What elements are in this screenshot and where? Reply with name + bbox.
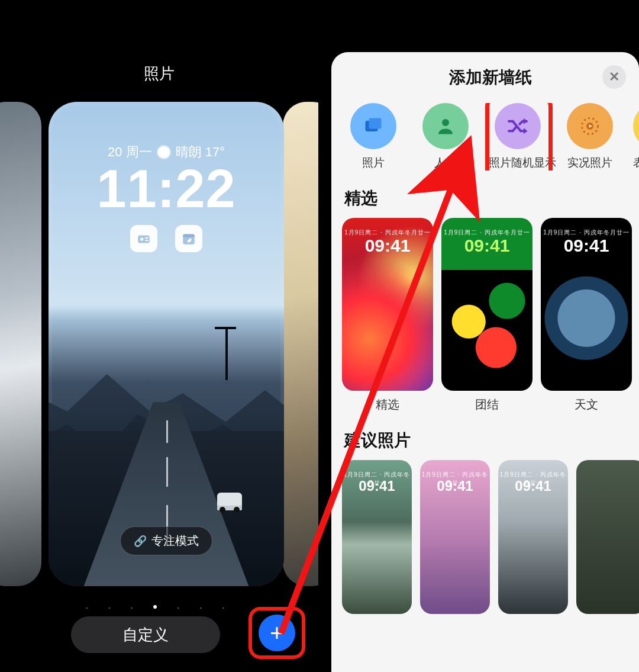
svg-rect-5 (183, 234, 195, 237)
suggested-row[interactable]: 1月9日周二 · 丙戌年冬月廿一 09:41 1月9日周二 · 丙戌年冬月廿一 … (342, 460, 639, 614)
svg-rect-0 (138, 236, 150, 243)
person-icon (435, 115, 456, 137)
wallpaper-gallery-screen: 照片 20 周一 晴朗 17° 11:22 (0, 0, 318, 672)
plus-icon: + (270, 620, 283, 647)
thumb-time: 09:41 (342, 478, 412, 494)
thumb-label: 团结 (441, 397, 532, 413)
gallery-title: 照片 (0, 63, 318, 84)
category-live-photo[interactable]: 实况照片 (561, 103, 619, 171)
thumb-date: 1月9日周二 · 丙戌年冬月廿一 (441, 229, 532, 237)
close-icon: ✕ (609, 69, 619, 85)
wallpaper-thumb-astronomy[interactable]: 1月9日周二 · 丙戌年冬月廿一 09:41 (541, 218, 632, 391)
svg-point-1 (140, 237, 143, 240)
customize-button[interactable]: 自定义 (71, 616, 220, 653)
wallpaper-card-prev[interactable] (0, 102, 41, 586)
category-emoji[interactable]: 表情符号 (633, 103, 639, 171)
thumb-label: 精选 (342, 397, 433, 413)
scene-car (217, 493, 242, 510)
svg-rect-3 (145, 240, 148, 241)
category-photos[interactable]: 照片 (344, 103, 402, 171)
section-suggested-header: 建议照片 (344, 429, 639, 452)
add-wallpaper-sheet-screen: 添加新墙纸 ✕ 照片 人物 (318, 0, 639, 672)
wallpaper-thumb-suggested[interactable] (576, 460, 639, 614)
category-label: 照片 (344, 155, 402, 171)
wallpaper-thumb-suggested[interactable]: 1月9日周二 · 丙戌年冬月廿一 09:41 (498, 460, 568, 614)
section-featured-header: 精选 (344, 187, 639, 210)
thumb-time: 09:41 (441, 236, 532, 256)
wallpaper-card-current[interactable]: 20 周一 晴朗 17° 11:22 (49, 102, 284, 586)
calendar-music-icon (181, 231, 196, 246)
wallpaper-thumb-suggested[interactable]: 1月9日周二 · 丙戌年冬月廿一 09:41 (420, 460, 490, 614)
thumb-label: 天文 (541, 397, 632, 413)
focus-mode-button[interactable]: 🔗 专注模式 (120, 526, 212, 555)
sheet-title: 添加新墙纸 (342, 66, 639, 89)
category-label: 表情符号 (633, 155, 639, 171)
scene-streetlight (225, 327, 228, 380)
wallpaper-thumb-featured[interactable]: 1月9日周二 · 丙戌年冬月廿一 09:41 (342, 218, 433, 391)
link-icon: 🔗 (134, 535, 147, 548)
svg-rect-2 (145, 237, 148, 239)
radio-icon (136, 231, 151, 246)
sun-icon (158, 146, 170, 158)
category-people[interactable]: 人物 (417, 103, 475, 171)
close-button[interactable]: ✕ (602, 65, 626, 89)
category-label: 实况照片 (561, 155, 619, 171)
category-photo-shuffle[interactable]: 照片随机显示 (489, 103, 547, 171)
wallpaper-thumb-unity[interactable]: 1月9日周二 · 丙戌年冬月廿一 09:41 (441, 218, 532, 391)
add-wallpaper-sheet: 添加新墙纸 ✕ 照片 人物 (331, 52, 639, 672)
featured-row[interactable]: 1月9日周二 · 丙戌年冬月廿一 09:41 精选 1月9日周二 · 丙戌年冬月… (342, 218, 639, 413)
annotation-highlight-shuffle (485, 103, 553, 171)
category-row[interactable]: 照片 人物 照片随机显示 (342, 103, 639, 171)
focus-mode-label: 专注模式 (151, 533, 199, 549)
annotation-highlight-add: + (248, 607, 305, 659)
svg-point-8 (442, 119, 449, 126)
widget-radio (130, 225, 157, 252)
wallpaper-thumb-suggested[interactable]: 1月9日周二 · 丙戌年冬月廿一 09:41 (342, 460, 412, 614)
widget-calendar (175, 225, 202, 252)
lockscreen-time: 11:22 (49, 159, 284, 220)
svg-rect-7 (369, 118, 382, 129)
thumb-time: 09:41 (420, 478, 490, 494)
thumb-time: 09:41 (342, 236, 433, 256)
category-label: 人物 (417, 155, 475, 171)
thumb-time: 09:41 (541, 236, 632, 256)
live-photo-icon (579, 115, 601, 137)
thumb-time: 09:41 (498, 478, 568, 494)
photos-icon (363, 115, 384, 137)
add-wallpaper-button[interactable]: + (259, 615, 295, 651)
